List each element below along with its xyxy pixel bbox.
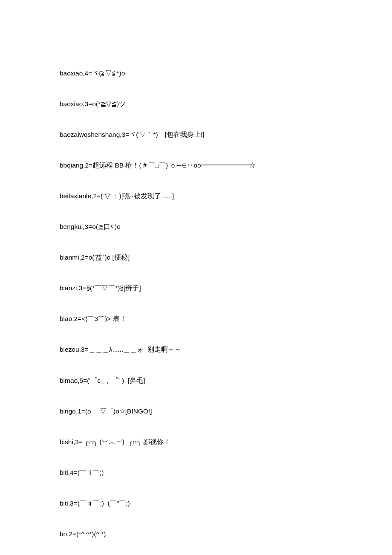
text-line: beifaxianle,2=(ˉ▽ˉ；)[呃~被发现了......] — [60, 191, 332, 201]
text-line: bimao,5=(′゜c_，゜` ) [鼻毛] — [60, 376, 332, 386]
text-line: baoxiao,3=o(*≧▽≦)ツ — [60, 99, 332, 109]
text-line: baozaiwoshenshang,3=ヾ(′▽｀*)ゝ[包在我身上!] — [60, 130, 332, 140]
text-line: bo,2=(*^ ^*)(^ *) — [60, 529, 332, 539]
text-line: bianzi,3=§(*￣▽￣*)§[辫子] — [60, 283, 332, 293]
text-line: baoxiao,4=ヾ(≧▽≦*)o — [60, 68, 332, 78]
text-line: biao,2=<(￣3￣)> 表！ — [60, 314, 332, 324]
text-line: biti,3=(￣ ii ￣;) (￣"￣;) — [60, 498, 332, 509]
text-line: bbqiang,2=超远程 BB 枪！(＃￣□￣) ｏ─∈‥oo━━━━━━━☆ — [60, 160, 332, 171]
document-page: baoxiao,4=ヾ(≧▽≦*)o baoxiao,3=o(*≧▽≦)ツ ba… — [0, 0, 392, 555]
text-line: biezou,3=＿＿＿λ......＿＿ォ 别走啊～～ — [60, 344, 332, 355]
text-line: biti,4=(￣ 'i ￣;) — [60, 468, 332, 478]
text-line: bishi,3= ╭∩╮ (︶︿︶) ╭∩╮ 鄙视你！ — [60, 437, 332, 447]
text-line: bengkui,3=o(≧口≦)o — [60, 222, 332, 232]
text-line: bianmi,2=o(′益`)o [便秘] — [60, 252, 332, 263]
text-line: bingo,1=(o ゜▽゜)o☆[BINGO!] — [60, 406, 332, 416]
